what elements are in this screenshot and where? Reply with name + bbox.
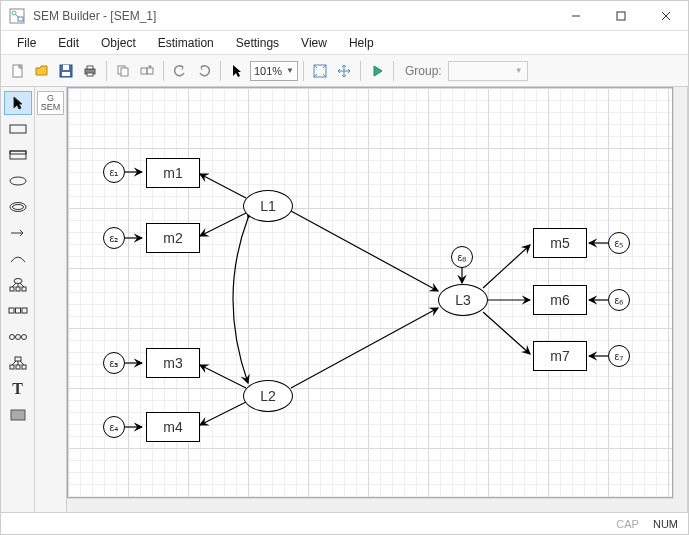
error-e7[interactable]: ε₇ — [608, 345, 630, 367]
svg-rect-17 — [141, 68, 147, 74]
undo-icon — [172, 63, 188, 79]
svg-line-41 — [12, 283, 16, 287]
toolbar-separator — [163, 61, 164, 81]
error-e8[interactable]: ε₈ — [451, 246, 473, 268]
svg-point-49 — [21, 335, 26, 340]
svg-rect-45 — [15, 308, 20, 313]
maximize-button[interactable] — [598, 1, 643, 31]
svg-rect-40 — [22, 287, 26, 291]
error-e1[interactable]: ε₁ — [103, 161, 125, 183]
menu-object[interactable]: Object — [91, 34, 146, 52]
latent-L3[interactable]: L3 — [438, 284, 488, 316]
svg-line-61 — [200, 402, 246, 425]
regression-tool[interactable] — [4, 351, 32, 375]
svg-point-35 — [12, 205, 23, 210]
multilevel-latent-tool[interactable] — [4, 195, 32, 219]
menu-file[interactable]: File — [7, 34, 46, 52]
observed-set-tool[interactable] — [4, 299, 32, 323]
copy-icon — [115, 63, 131, 79]
observed-m2[interactable]: m2 — [146, 223, 200, 253]
chevron-down-icon: ▼ — [286, 66, 294, 75]
fit-button[interactable] — [309, 60, 331, 82]
copy-button[interactable] — [112, 60, 134, 82]
observed-m5[interactable]: m5 — [533, 228, 587, 258]
zoom-value: 101% — [254, 65, 282, 77]
menu-help[interactable]: Help — [339, 34, 384, 52]
gsem-toggle[interactable]: G SEM — [37, 91, 65, 115]
observed-m4[interactable]: m4 — [146, 412, 200, 442]
observed-m7[interactable]: m7 — [533, 341, 587, 371]
zoom-combo[interactable]: 101% ▼ — [250, 61, 298, 81]
group-label: Group: — [405, 64, 442, 78]
new-button[interactable] — [7, 60, 29, 82]
curve-icon — [8, 252, 28, 266]
minimize-button[interactable] — [553, 1, 598, 31]
group-select[interactable]: ▼ — [448, 61, 528, 81]
arrow-icon — [8, 226, 28, 240]
svg-rect-18 — [147, 68, 153, 74]
play-icon — [369, 63, 385, 79]
pointer-button[interactable] — [226, 60, 248, 82]
observed-m3[interactable]: m3 — [146, 348, 200, 378]
app-icon — [9, 8, 25, 24]
estimate-button[interactable] — [366, 60, 388, 82]
canvas-area: m1 m2 m3 m4 m5 m6 m7 L1 L2 L3 ε₁ ε₂ ε₃ ε… — [67, 87, 688, 512]
pan-button[interactable] — [333, 60, 355, 82]
measurement-tool[interactable] — [4, 273, 32, 297]
error-e5[interactable]: ε₅ — [608, 232, 630, 254]
menu-edit[interactable]: Edit — [48, 34, 89, 52]
svg-rect-51 — [10, 365, 14, 369]
svg-line-66 — [483, 312, 530, 354]
svg-point-37 — [14, 279, 22, 284]
svg-rect-44 — [9, 308, 14, 313]
chevron-down-icon: ▼ — [515, 66, 523, 75]
open-button[interactable] — [31, 60, 53, 82]
error-e4[interactable]: ε₄ — [103, 416, 125, 438]
save-button[interactable] — [55, 60, 77, 82]
svg-rect-57 — [11, 410, 25, 420]
svg-line-64 — [483, 245, 530, 288]
gsem-column: G SEM — [35, 87, 67, 512]
select-tool[interactable] — [4, 91, 32, 115]
latent-set-tool[interactable] — [4, 325, 32, 349]
menu-settings[interactable]: Settings — [226, 34, 289, 52]
diagram-canvas[interactable]: m1 m2 m3 m4 m5 m6 m7 L1 L2 L3 ε₁ ε₂ ε₃ ε… — [67, 87, 673, 498]
printer-icon — [82, 63, 98, 79]
error-e3[interactable]: ε₃ — [103, 352, 125, 374]
observed-m6[interactable]: m6 — [533, 285, 587, 315]
error-e6[interactable]: ε₆ — [608, 289, 630, 311]
latent-L1[interactable]: L1 — [243, 190, 293, 222]
path-tool[interactable] — [4, 221, 32, 245]
redo-icon — [196, 63, 212, 79]
area-tool[interactable] — [4, 403, 32, 427]
redo-button[interactable] — [193, 60, 215, 82]
latent-L2[interactable]: L2 — [243, 380, 293, 412]
svg-rect-39 — [16, 287, 20, 291]
status-num: NUM — [653, 518, 678, 530]
text-tool[interactable]: T — [4, 377, 32, 401]
menu-view[interactable]: View — [291, 34, 337, 52]
observed-m1[interactable]: m1 — [146, 158, 200, 188]
svg-rect-13 — [87, 66, 93, 69]
text-icon: T — [12, 380, 23, 398]
menu-estimation[interactable]: Estimation — [148, 34, 224, 52]
duplicate-button[interactable] — [136, 60, 158, 82]
horizontal-scrollbar[interactable] — [67, 498, 673, 512]
vertical-scrollbar[interactable] — [673, 87, 687, 498]
rect-set-icon — [8, 305, 28, 317]
observed-var-tool[interactable] — [4, 117, 32, 141]
svg-line-60 — [200, 365, 246, 388]
toolbar-separator — [106, 61, 107, 81]
svg-line-58 — [200, 174, 246, 198]
window-title: SEM Builder - [SEM_1] — [33, 9, 553, 23]
fit-icon — [312, 63, 328, 79]
undo-button[interactable] — [169, 60, 191, 82]
error-e2[interactable]: ε₂ — [103, 227, 125, 249]
close-button[interactable] — [643, 1, 688, 31]
pan-icon — [336, 63, 352, 79]
covariance-tool[interactable] — [4, 247, 32, 271]
print-button[interactable] — [79, 60, 101, 82]
latent-var-tool[interactable] — [4, 169, 32, 193]
ellipse-set-icon — [8, 331, 28, 343]
generalized-response-tool[interactable] — [4, 143, 32, 167]
